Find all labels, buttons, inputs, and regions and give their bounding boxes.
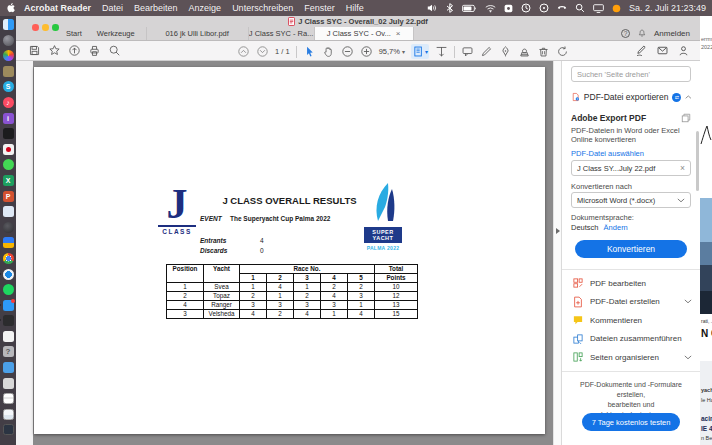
wifi-icon[interactable]	[485, 4, 496, 13]
sign-in-button[interactable]: Anmelden	[654, 29, 690, 38]
page-width-icon[interactable]	[435, 45, 448, 58]
dock-icon-mail[interactable]	[3, 300, 14, 311]
pdf-page[interactable]: J CLASS J CLASS OVERALL RESULTS EVENT Th…	[34, 67, 545, 434]
spotlight-icon[interactable]	[575, 3, 585, 13]
dock-icon-skype[interactable]: S	[3, 81, 14, 92]
trash-icon[interactable]	[537, 45, 550, 58]
menu-item-datei[interactable]: Datei	[102, 3, 123, 13]
dock-icon-window-thumbnail-dark[interactable]	[3, 424, 14, 435]
export-pdf-panel-header[interactable]: PDF-Datei exportieren ⇄	[571, 89, 692, 105]
free-trial-button[interactable]: 7 Tage kostenlos testen	[582, 413, 680, 431]
menu-item-bearbeiten[interactable]: Bearbeiten	[134, 3, 178, 13]
dock-icon-documents-stack[interactable]	[3, 378, 14, 389]
time-machine-icon[interactable]	[521, 3, 531, 13]
dock-icon-dark-browser[interactable]	[3, 222, 14, 233]
bluetooth-icon[interactable]	[446, 3, 454, 13]
doc-tab-1[interactable]: 016 jk Ulli Libor.pdf	[146, 27, 248, 40]
chevron-up-icon[interactable]	[685, 94, 692, 100]
dock-icon-window-thumbnail-1[interactable]	[3, 393, 14, 404]
panel-collapse-handle-icon[interactable]	[556, 228, 560, 234]
tab-werkzeuge[interactable]: Werkzeuge	[93, 29, 139, 38]
fill-sign-icon[interactable]	[635, 44, 648, 57]
dock-icon-textedit[interactable]	[3, 331, 14, 342]
panel-collapse-strip[interactable]	[553, 61, 561, 445]
menu-clock[interactable]: Sa. 2. Juli 21:23:49	[629, 3, 706, 13]
tab-start[interactable]: Start	[62, 29, 86, 38]
close-tab-icon[interactable]: ×	[396, 29, 401, 38]
apple-menu[interactable]	[6, 2, 15, 15]
display-icon[interactable]	[593, 4, 604, 13]
dock-icon-powerpoint[interactable]: P	[3, 191, 14, 202]
dock-icon-itranslate[interactable]: i	[3, 113, 14, 124]
dock-icon-acrobat-reader[interactable]	[3, 144, 14, 155]
stamp-icon[interactable]	[518, 45, 531, 58]
dock-icon-chrome[interactable]	[3, 253, 14, 264]
star-icon[interactable]	[48, 44, 61, 57]
search-icon[interactable]	[108, 44, 121, 57]
battery-icon[interactable]	[462, 4, 477, 13]
convert-button[interactable]: Konvertieren	[575, 240, 687, 258]
page-up-icon[interactable]	[237, 45, 250, 58]
tool-create-pdf[interactable]: PDF-Datei erstellen	[562, 293, 700, 312]
dock-icon-excel[interactable]: X	[3, 175, 14, 186]
phone-icon[interactable]	[557, 3, 567, 13]
zoom-level-dropdown[interactable]: 95,7% ▾	[379, 47, 405, 56]
dock-icon-spotify[interactable]	[3, 284, 14, 295]
maximize-window-button[interactable]	[52, 24, 59, 31]
comment-icon[interactable]	[461, 45, 474, 58]
tool-combine-files[interactable]: Dateien zusammenführen	[562, 330, 700, 349]
zoom-out-icon[interactable]	[341, 45, 354, 58]
pencil-icon[interactable]	[480, 45, 493, 58]
clock-icon[interactable]	[539, 3, 549, 13]
dock-icon-keynote[interactable]	[3, 237, 14, 248]
notifications-bell-icon[interactable]	[637, 28, 647, 39]
select-tool-icon[interactable]	[303, 45, 316, 58]
dock-icon-downloads-folder[interactable]	[3, 362, 14, 373]
send-mail-icon[interactable]	[656, 44, 669, 57]
chevron-down-icon[interactable]	[684, 355, 692, 360]
menu-item-fenster[interactable]: Fenster	[304, 3, 335, 13]
share-review-icon[interactable]	[677, 44, 690, 57]
search-input[interactable]	[571, 66, 691, 82]
page-number-field[interactable]: 1 / 1	[275, 47, 290, 56]
menu-item-unterschreiben[interactable]: Unterschreiben	[232, 3, 293, 13]
tool-edit-pdf[interactable]: PDF bearbeiten	[562, 274, 700, 293]
dock-icon-photos[interactable]	[3, 50, 14, 61]
volume-icon[interactable]	[427, 3, 438, 13]
help-icon[interactable]: ?	[621, 29, 630, 38]
minimize-window-button[interactable]	[42, 24, 49, 31]
dock-icon-music[interactable]: ♪	[3, 97, 14, 108]
document-viewport[interactable]: J CLASS J CLASS OVERALL RESULTS EVENT Th…	[33, 61, 553, 445]
selected-file-box[interactable]: J Class SY...July 22.pdf ×	[571, 160, 691, 176]
doc-tab-active[interactable]: J Class SYC - Ov... ×	[314, 27, 414, 40]
sign-icon[interactable]	[499, 45, 512, 58]
zoom-in-icon[interactable]	[360, 45, 373, 58]
page-down-icon[interactable]	[256, 45, 269, 58]
background-window[interactable]: errm 2022 rati, . N O yacht le Ha acing …	[700, 16, 712, 445]
share-icon[interactable]	[68, 44, 81, 57]
dock-icon-tv[interactable]	[3, 128, 14, 139]
doc-tab-2[interactable]: J Class SYC - Ra...	[248, 27, 314, 40]
dock-icon-window-thumbnail-2[interactable]	[3, 409, 14, 420]
chevron-down-icon[interactable]	[684, 299, 692, 304]
tool-organize-pages[interactable]: Seiten organisieren	[562, 348, 700, 367]
dock-icon-notes[interactable]	[3, 66, 14, 77]
clear-file-icon[interactable]: ×	[680, 163, 685, 173]
close-window-button[interactable]	[32, 24, 39, 31]
hand-tool-icon[interactable]	[322, 45, 335, 58]
dock-icon-safari[interactable]	[3, 269, 14, 280]
dock-icon-finder[interactable]	[3, 19, 14, 30]
duplicate-icon[interactable]	[681, 113, 691, 123]
save-icon[interactable]	[28, 44, 41, 57]
dock-icon-onedrive[interactable]	[3, 206, 14, 217]
app-indicator-icon[interactable]	[612, 4, 621, 13]
page-view-button[interactable]: ▾	[411, 44, 429, 59]
select-file-link[interactable]: PDF-Datei auswählen	[571, 149, 644, 158]
dock-icon-dark-app[interactable]	[3, 315, 14, 326]
menu-item-app[interactable]: Acrobat Reader	[24, 3, 91, 13]
input-source-icon[interactable]	[504, 4, 513, 13]
menu-item-hilfe[interactable]: Hilfe	[346, 3, 364, 13]
menu-item-anzeige[interactable]: Anzeige	[189, 3, 222, 13]
dock-icon-whatsapp[interactable]	[3, 159, 14, 170]
sidebar-scrollbar[interactable]	[696, 131, 699, 191]
